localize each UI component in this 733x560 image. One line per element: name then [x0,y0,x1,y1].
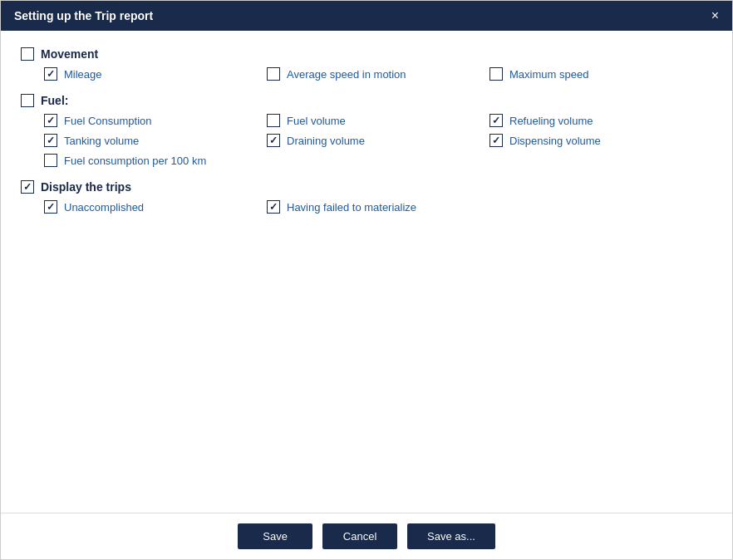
dialog-title: Setting up the Trip report [14,9,153,22]
refueling-volume-checkbox[interactable] [489,114,503,127]
avg-speed-item: Average speed in motion [267,67,489,81]
mileage-checkbox[interactable] [44,67,57,81]
fuel-volume-item: Fuel volume [267,114,489,127]
fuel-section-header: Fuel: [21,94,712,107]
fuel-consumption-checkbox[interactable] [44,114,57,127]
unaccomplished-checkbox[interactable] [44,200,57,214]
fuel-consumption-label: Fuel Consumption [64,115,152,127]
unaccomplished-label: Unaccomplished [64,201,144,214]
close-button[interactable]: × [711,9,719,22]
draining-volume-label: Draining volume [287,135,365,147]
fuel-volume-checkbox[interactable] [267,114,280,127]
failed-materialize-label: Having failed to materialize [287,201,416,214]
display-trips-section: Display the trips Unaccomplished Having … [21,180,712,214]
unaccomplished-item: Unaccomplished [44,200,267,214]
save-as-button[interactable]: Save as... [407,523,495,549]
cancel-button[interactable]: Cancel [322,523,397,549]
display-trips-section-header: Display the trips [21,180,712,194]
movement-label: Movement [41,47,98,61]
movement-checkbox[interactable] [21,47,34,61]
failed-materialize-item: Having failed to materialize [267,200,489,214]
movement-section: Movement Mileage Average speed in motion… [21,47,712,81]
fuel-label: Fuel: [41,94,68,107]
dialog-header: Setting up the Trip report × [1,1,732,31]
mileage-item: Mileage [44,67,267,81]
fuel-options: Fuel Consumption Fuel volume Refueling v… [21,114,712,167]
draining-volume-item: Draining volume [267,134,489,147]
refueling-volume-item: Refueling volume [489,114,712,127]
movement-options: Mileage Average speed in motion Maximum … [21,67,712,81]
display-trips-label: Display the trips [41,180,131,194]
dialog-footer: Save Cancel Save as... [1,513,732,559]
movement-section-header: Movement [21,47,712,61]
fuel-per-100-label: Fuel consumption per 100 km [64,155,206,167]
avg-speed-checkbox[interactable] [267,67,280,81]
display-trips-checkbox[interactable] [21,180,34,194]
avg-speed-label: Average speed in motion [287,68,406,81]
mileage-label: Mileage [64,68,102,81]
tanking-volume-item: Tanking volume [44,134,267,147]
tanking-volume-label: Tanking volume [64,135,139,147]
max-speed-label: Maximum speed [509,68,588,81]
fuel-per-100-item: Fuel consumption per 100 km [44,154,267,167]
refueling-volume-label: Refueling volume [509,115,593,127]
dialog-body: Movement Mileage Average speed in motion… [1,31,732,513]
draining-volume-checkbox[interactable] [267,134,280,147]
fuel-volume-label: Fuel volume [287,115,346,127]
display-trips-options: Unaccomplished Having failed to material… [21,200,712,214]
fuel-section: Fuel: Fuel Consumption Fuel volume Refue… [21,94,712,167]
fuel-per-100-checkbox[interactable] [44,154,57,167]
max-speed-item: Maximum speed [489,67,712,81]
fuel-consumption-item: Fuel Consumption [44,114,267,127]
save-button[interactable]: Save [238,523,312,549]
failed-materialize-checkbox[interactable] [267,200,280,214]
dispensing-volume-label: Dispensing volume [509,135,601,147]
max-speed-checkbox[interactable] [489,67,503,81]
fuel-checkbox[interactable] [21,94,34,107]
dispensing-volume-item: Dispensing volume [489,134,712,147]
dispensing-volume-checkbox[interactable] [489,134,503,147]
dialog: Setting up the Trip report × Movement Mi… [0,0,733,560]
tanking-volume-checkbox[interactable] [44,134,57,147]
